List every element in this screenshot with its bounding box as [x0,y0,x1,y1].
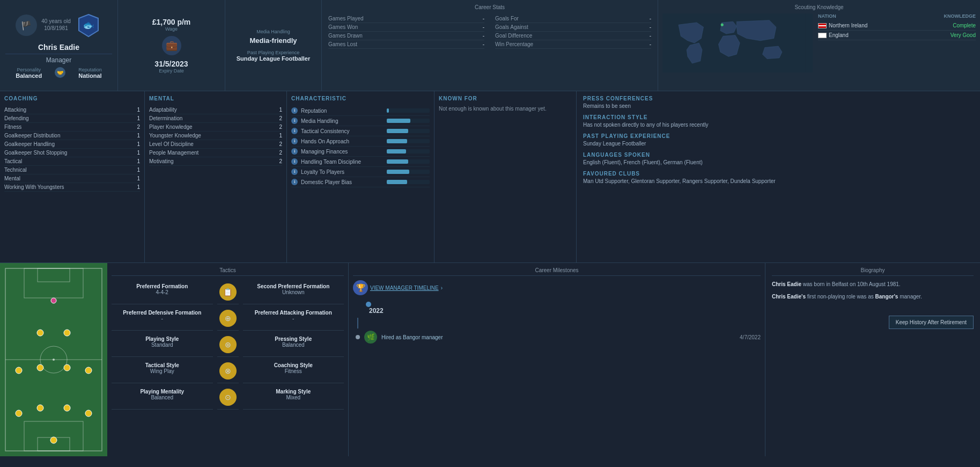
bio-text-1: Chris Eadie was born in Belfast on 10th … [772,280,974,288]
player-badges: 🏴 40 years old 10/8/1981 🐟 [16,12,101,39]
scouting-row-en: England Very Good [818,31,976,40]
milestones-panel: Career Milestones 🏆 VIEW MANAGER TIMELIN… [349,263,765,456]
svg-text:🐟: 🐟 [83,19,95,31]
char-bar-loyalty [387,170,430,174]
svg-point-14 [37,405,43,411]
svg-point-19 [64,364,70,371]
personality-value: Balanced [16,72,42,79]
press-title: PRESS CONFERENCES [583,96,974,101]
coaching-title: COACHING [4,96,140,103]
tactics-field [0,263,107,456]
expiry-label: Expiry Date [159,68,184,74]
tactical-style-value: Wing Play [114,368,211,374]
mental-attrs: Adaptability 1 Determination 2 Player Kn… [149,106,282,166]
scouting-table: NATION KNOWLEDGE Northern Ireland Comple… [818,13,976,72]
attr-discipline: Level Of Discipline 2 [149,140,282,149]
media-section: Media Handling Media-friendly Past Playi… [225,0,322,91]
coaching-style-value: Fitness [245,368,342,374]
coaching-attrs: Attacking 1 Defending 1 Fitness 2 Goalke… [4,106,140,192]
stat-games-lost: Games Lost - [328,40,484,49]
char-bar-discipline [387,159,430,164]
personality-label: Personality [16,67,42,72]
svg-rect-10 [24,421,83,451]
mental-panel: MENTAL Adaptability 1 Determination 2 Pl… [145,91,287,262]
past-exp-right-section: PAST PLAYING EXPERIENCE Sunday League Fo… [583,133,974,147]
wage-amount: £1,700 p/m [152,18,191,26]
pressing-style-cell: Pressing Style Balanced [243,333,344,357]
wage-label: Wage [165,26,178,32]
char-title: CHARACTERISTIC [291,96,430,103]
languages-title: LANGUAGES SPOKEN [583,152,974,158]
world-map [662,13,813,72]
ni-nation: Northern Ireland [818,23,867,28]
tactic-icon-cell-5: ⊙ [217,385,239,410]
svg-point-21 [37,330,43,336]
en-name: England [829,32,849,38]
tactic-playing-icon: ⊛ [219,336,237,353]
en-nation: England [818,32,849,38]
stat-games-won: Games Won - [328,23,484,32]
wage-row: £1,700 p/m Wage [152,18,191,32]
pref-defensive-label: Preferred Defensive Formation [114,310,211,316]
char-bar-hands-on [387,139,430,143]
pref-formation-cell: Preferred Formation 4-4-2 [112,280,213,304]
char-icon-8: ℹ [291,179,298,185]
reputation-item: Reputation National [78,67,102,79]
scouting-nation-col: NATION [818,13,836,19]
past-exp-value: Sunday League Footballer [237,55,311,62]
ni-knowledge: Complete [953,23,976,28]
year-label: 2022 [353,302,761,315]
attr-player-knowledge: Player Knowledge 2 [149,123,282,132]
svg-point-20 [85,367,92,374]
tactics-panel: Tactics Preferred Formation 4-4-2 📋 Seco… [107,263,349,456]
coaching-style-cell: Coaching Style Fitness [243,359,344,383]
known-for-panel: KNOWN FOR Not enough is known about this… [434,91,577,262]
playing-mentality-value: Balanced [114,395,211,400]
attr-determination: Determination 2 [149,114,282,123]
pref-attacking-cell: Preferred Attacking Formation - [243,307,344,331]
career-stats-title: Career Stats [328,4,651,10]
tactical-style-label: Tactical Style [114,362,211,368]
contract-icon: 💼 [162,36,181,55]
second-pref-label: Second Preferred Formation [245,283,342,289]
svg-point-12 [50,437,57,443]
coaching-style-label: Coaching Style [245,362,342,368]
scouting-row-ni: Northern Ireland Complete [818,21,976,31]
personality-rep: Personality Balanced 🤝 Reputation Nation… [16,67,101,79]
second-pref-value: Unknown [245,289,342,295]
keep-history-button[interactable]: Keep History After Retirement [889,316,974,329]
svg-point-15 [64,405,70,411]
past-exp-label: Past Playing Experience [237,50,311,55]
attr-youngsters: Working With Youngsters 1 [4,183,140,192]
interaction-section: INTERACTION STYLE Has not spoken directl… [583,114,974,128]
reputation-label: Reputation [78,67,102,72]
en-knowledge: Very Good [950,32,976,38]
playing-style-value: Standard [114,342,211,348]
milestone-text: Hired as Bangor manager [381,334,443,340]
scouting-knowledge-col: KNOWLEDGE [944,13,976,19]
attr-gk-handling: Goalkeeper Handling 1 [4,140,140,149]
char-icon-7: ℹ [291,169,298,175]
char-icon-3: ℹ [291,128,298,134]
svg-point-22 [64,330,70,336]
attr-youngster-knowledge: Youngster Knowledge 1 [149,132,282,140]
pressing-style-value: Balanced [245,342,342,348]
attr-tactical: Tactical 1 [4,157,140,166]
char-bar-media [387,119,430,123]
interaction-text: Has not spoken directly to any of his pl… [583,122,974,128]
career-stats-section: Career Stats Games Played - Games Won - … [322,0,658,91]
stat-games-drawn: Games Drawn - [328,32,484,40]
attr-defending: Defending 1 [4,114,140,123]
view-timeline-link[interactable]: 🏆 VIEW MANAGER TIMELINE › [353,280,761,295]
stat-games-played: Games Played - [328,14,484,23]
playing-mentality-cell: Playing Mentality Balanced [112,385,213,410]
svg-point-7 [53,359,55,361]
char-bar-tactical [387,129,430,133]
tactic-icon-cell-1: 📋 [217,280,239,304]
pref-attacking-label: Preferred Attacking Formation [245,310,342,316]
playing-mentality-label: Playing Mentality [114,389,211,395]
milestone-left: 🌿 Hired as Bangor manager [353,331,443,344]
tactic-defensive-icon: ⊕ [219,310,237,327]
clubs-text: Man Utd Supporter, Glentoran Supporter, … [583,178,974,184]
clubs-section: FAVOURED CLUBS Man Utd Supporter, Glento… [583,171,974,184]
